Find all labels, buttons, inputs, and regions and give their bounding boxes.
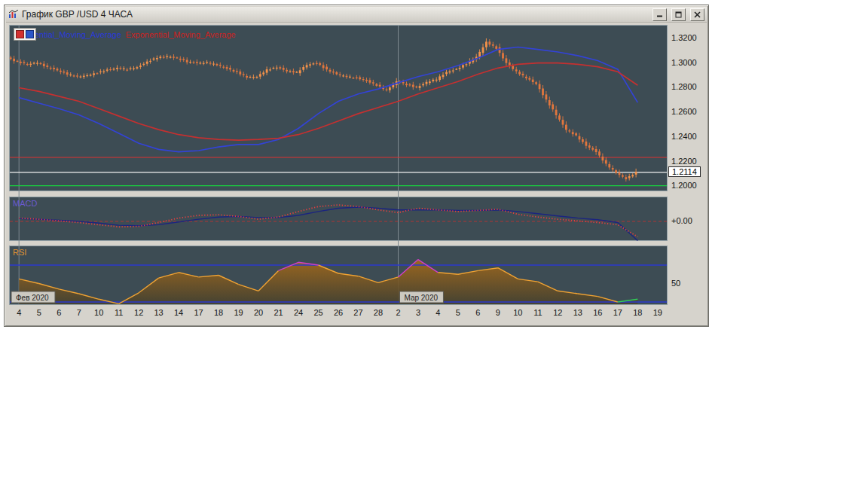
date-tick-label: 28: [371, 308, 386, 317]
price-tick-label: 1.2400: [671, 132, 697, 141]
price-tick-label: 1.2000: [671, 181, 697, 190]
date-tick-label: 13: [151, 308, 167, 317]
price-tick-label: 1.2800: [671, 82, 697, 91]
date-tick-label: 13: [570, 308, 585, 317]
month-marker: Мар 2020: [399, 291, 443, 303]
date-tick-label: 20: [251, 308, 266, 317]
date-tick-label: 6: [51, 308, 66, 317]
date-tick-label: 12: [550, 308, 565, 317]
maximize-button[interactable]: [671, 8, 686, 21]
current-price-box: 1.2114: [668, 166, 701, 177]
date-tick-label: 27: [350, 308, 365, 317]
date-tick-label: 18: [630, 308, 645, 317]
date-tick-label: 11: [112, 308, 127, 317]
date-tick-label: 17: [191, 308, 206, 317]
date-tick-label: 21: [271, 308, 286, 317]
date-tick-label: 17: [610, 308, 625, 317]
date-tick-label: 25: [311, 308, 326, 317]
macd-value-label: +0.00: [671, 216, 692, 225]
titlebar[interactable]: График GBP /USD 4 ЧАСА: [6, 7, 707, 23]
date-tick-label: 5: [451, 308, 466, 317]
chart-window[interactable]: График GBP /USD 4 ЧАСА Фев 2020Мар 2020 …: [4, 5, 709, 327]
rsi-value-label: 50: [671, 279, 680, 288]
date-tick-label: 11: [530, 308, 546, 317]
date-tick-label: 24: [291, 308, 306, 317]
date-tick-label: 4: [430, 308, 445, 317]
time-axis[interactable]: 4567101112131417181920212425262728234569…: [9, 307, 707, 319]
date-tick-label: 12: [131, 308, 146, 317]
svg-text:Фев 2020: Фев 2020: [16, 294, 49, 302]
date-tick-label: 10: [510, 308, 525, 317]
chart-area[interactable]: Фев 2020Мар 2020 ential_Moving_Average E…: [9, 25, 668, 305]
close-icon: [694, 11, 701, 18]
date-tick-label: 9: [491, 308, 506, 317]
date-tick-label: 7: [72, 308, 87, 317]
date-tick-label: 10: [91, 308, 106, 317]
chart-icon: [8, 10, 19, 19]
price-tick-label: 1.2600: [671, 107, 697, 116]
date-tick-label: 19: [650, 308, 665, 317]
date-tick-label: 6: [470, 308, 485, 317]
svg-text:Мар 2020: Мар 2020: [404, 294, 438, 302]
price-panel[interactable]: [10, 26, 668, 191]
maximize-icon: [675, 11, 682, 18]
price-tick-label: 1.2200: [671, 157, 697, 166]
price-tick-label: 1.3000: [671, 58, 697, 67]
month-marker: Фев 2020: [11, 291, 55, 303]
date-tick-label: 19: [231, 308, 246, 317]
date-tick-label: 3: [411, 308, 426, 317]
minimize-button[interactable]: [653, 8, 667, 21]
date-tick-label: 4: [11, 308, 26, 317]
date-tick-label: 5: [32, 308, 47, 317]
date-tick-label: 14: [171, 308, 186, 317]
macd-panel[interactable]: [10, 197, 668, 241]
chart-svg[interactable]: Фев 2020Мар 2020: [9, 25, 668, 305]
window-title: График GBP /USD 4 ЧАСА: [22, 9, 648, 20]
date-tick-label: 18: [211, 308, 226, 317]
date-tick-label: 2: [390, 308, 405, 317]
date-tick-label: 26: [331, 308, 346, 317]
price-tick-label: 1.3200: [671, 33, 697, 42]
date-tick-label: 16: [590, 308, 605, 317]
price-axis[interactable]: 1.32001.30001.28001.26001.24001.22001.20…: [668, 25, 707, 305]
close-button[interactable]: [690, 8, 704, 21]
minimize-icon: [656, 11, 663, 17]
